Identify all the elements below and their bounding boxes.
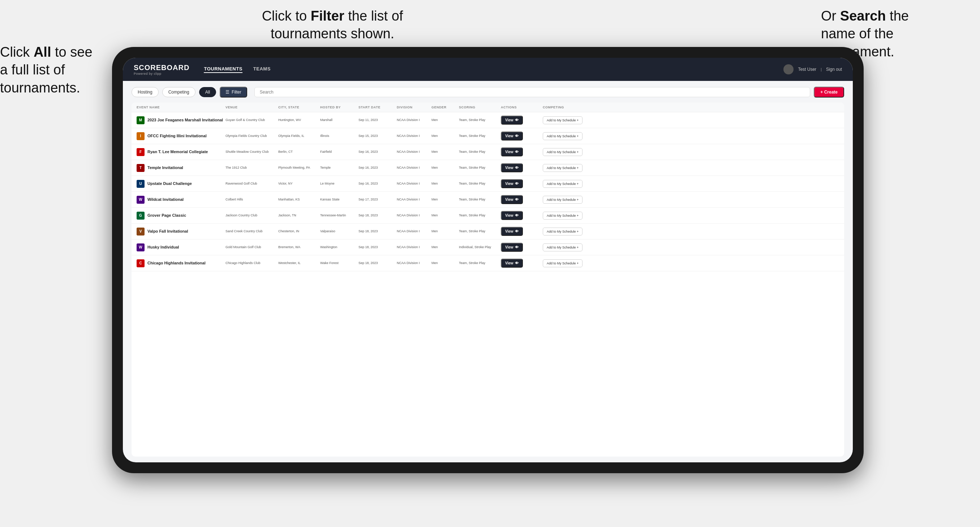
event-cell: F Ryan T. Lee Memorial Collegiate (137, 148, 223, 156)
hosted-by-cell: Washington (320, 245, 356, 249)
nav-tournaments[interactable]: TOURNAMENTS (204, 66, 242, 73)
view-button[interactable]: View 👁 (501, 163, 523, 172)
view-button[interactable]: View 👁 (501, 211, 523, 220)
team-logo: G (137, 212, 145, 220)
start-date-cell: Sep 17, 2023 (358, 197, 395, 202)
event-cell: C Chicago Highlands Invitational (137, 259, 223, 267)
add-label: Add to My Schedule + (547, 246, 579, 249)
event-cell: I OFCC Fighting Illini Invitational (137, 132, 223, 140)
nav-teams[interactable]: TEAMS (253, 66, 270, 73)
view-button[interactable]: View 👁 (501, 116, 523, 125)
gender-cell: Men (431, 181, 457, 186)
division-cell: NCAA Division I (397, 261, 429, 265)
venue-cell: Guyan Golf & Country Club (226, 118, 276, 122)
add-to-schedule-button[interactable]: Add to My Schedule + (543, 164, 582, 172)
view-button[interactable]: View 👁 (501, 195, 523, 204)
competing-cell: Add to My Schedule + (543, 116, 601, 124)
tab-all[interactable]: All (199, 87, 216, 97)
search-input[interactable] (255, 87, 811, 97)
action-cell: View 👁 (501, 179, 541, 188)
eye-icon: 👁 (515, 261, 519, 265)
view-button[interactable]: View 👁 (501, 148, 523, 156)
city-state-cell: Manhattan, KS (278, 197, 318, 202)
hosted-by-cell: Valparaiso (320, 229, 356, 234)
event-name: Valpo Fall Invitational (148, 229, 188, 234)
tablet-frame: SCOREBOARD Powered by clipp TOURNAMENTS … (112, 47, 864, 473)
add-to-schedule-button[interactable]: Add to My Schedule + (543, 180, 582, 188)
add-to-schedule-button[interactable]: Add to My Schedule + (543, 227, 582, 235)
hosted-by-cell: Tennessee-Martin (320, 213, 356, 218)
create-button[interactable]: + Create (814, 87, 844, 97)
view-button[interactable]: View 👁 (501, 243, 523, 252)
event-cell: V Valpo Fall Invitational (137, 227, 223, 235)
start-date-cell: Sep 18, 2023 (358, 245, 395, 249)
signout-link[interactable]: Sign out (826, 67, 842, 72)
action-cell: View 👁 (501, 259, 541, 268)
add-to-schedule-button[interactable]: Add to My Schedule + (543, 259, 582, 267)
team-logo: M (137, 116, 145, 124)
add-to-schedule-button[interactable]: Add to My Schedule + (543, 132, 582, 140)
event-name: 2023 Joe Feaganes Marshall Invitational (148, 117, 223, 122)
division-cell: NCAA Division I (397, 181, 429, 186)
competing-cell: Add to My Schedule + (543, 164, 601, 172)
app-header: SCOREBOARD Powered by clipp TOURNAMENTS … (123, 58, 853, 81)
start-date-cell: Sep 18, 2023 (358, 261, 395, 265)
event-cell: T Temple Invitational (137, 164, 223, 172)
hosted-by-cell: Marshall (320, 118, 356, 122)
view-label: View (505, 261, 514, 265)
gender-cell: Men (431, 245, 457, 249)
annotation-left: Click All to seea full list oftournament… (0, 43, 119, 97)
event-cell: W Wildcat Invitational (137, 196, 223, 204)
add-to-schedule-button[interactable]: Add to My Schedule + (543, 212, 582, 220)
view-button[interactable]: View 👁 (501, 227, 523, 236)
team-logo: W (137, 243, 145, 251)
event-cell: W Husky Individual (137, 243, 223, 251)
gender-cell: Men (431, 261, 457, 265)
tab-competing[interactable]: Competing (162, 87, 196, 97)
add-to-schedule-button[interactable]: Add to My Schedule + (543, 196, 582, 204)
col-venue: VENUE (226, 105, 276, 109)
start-date-cell: Sep 15, 2023 (358, 133, 395, 138)
eye-icon: 👁 (515, 182, 519, 186)
city-state-cell: Bremerton, WA (278, 245, 318, 249)
gender-cell: Men (431, 149, 457, 154)
team-logo: F (137, 148, 145, 156)
tab-hosting[interactable]: Hosting (132, 87, 159, 97)
gender-cell: Men (431, 118, 457, 122)
add-label: Add to My Schedule + (547, 134, 579, 138)
competing-cell: Add to My Schedule + (543, 243, 601, 251)
action-cell: View 👁 (501, 148, 541, 156)
event-name: Chicago Highlands Invitational (148, 260, 205, 265)
view-button[interactable]: View 👁 (501, 132, 523, 141)
view-button[interactable]: View 👁 (501, 259, 523, 268)
venue-cell: Shuttle Meadow Country Club (226, 149, 276, 154)
add-to-schedule-button[interactable]: Add to My Schedule + (543, 148, 582, 156)
gender-cell: Men (431, 213, 457, 218)
event-name: OFCC Fighting Illini Invitational (148, 133, 207, 138)
table-row: F Ryan T. Lee Memorial Collegiate Shuttl… (132, 144, 844, 160)
start-date-cell: Sep 16, 2023 (358, 181, 395, 186)
division-cell: NCAA Division I (397, 149, 429, 154)
user-avatar (783, 64, 794, 75)
col-gender: GENDER (431, 105, 457, 109)
view-button[interactable]: View 👁 (501, 179, 523, 188)
action-cell: View 👁 (501, 243, 541, 252)
add-label: Add to My Schedule + (547, 262, 579, 265)
table-row: U Upstate Dual Challenge Ravenwood Golf … (132, 176, 844, 192)
scoring-cell: Team, Stroke Play (459, 133, 499, 138)
event-name: Husky Individual (148, 244, 179, 249)
action-cell: View 👁 (501, 116, 541, 125)
add-to-schedule-button[interactable]: Add to My Schedule + (543, 243, 582, 251)
venue-cell: Olympia Fields Country Club (226, 133, 276, 138)
gender-cell: Men (431, 197, 457, 202)
tablet-screen: SCOREBOARD Powered by clipp TOURNAMENTS … (123, 58, 853, 462)
scoring-cell: Team, Stroke Play (459, 229, 499, 234)
division-cell: NCAA Division I (397, 245, 429, 249)
competing-cell: Add to My Schedule + (543, 148, 601, 156)
filter-button[interactable]: ☰ Filter (220, 87, 247, 97)
city-state-cell: Berlin, CT (278, 149, 318, 154)
add-to-schedule-button[interactable]: Add to My Schedule + (543, 116, 582, 124)
city-state-cell: Jackson, TN (278, 213, 318, 218)
competing-cell: Add to My Schedule + (543, 180, 601, 188)
event-cell: U Upstate Dual Challenge (137, 180, 223, 188)
